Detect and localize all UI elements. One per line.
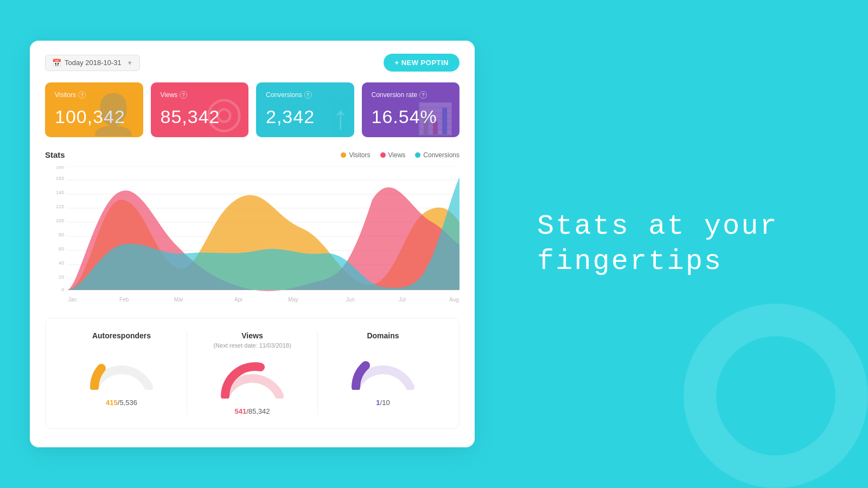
date-label: Today 2018-10-31	[65, 59, 122, 67]
chart-svg: 0 20 40 60 80 100 120 140 160 180	[45, 166, 459, 307]
legend-views-dot	[380, 152, 386, 158]
legend-views-label: Views	[388, 151, 406, 159]
svg-text:Mar: Mar	[174, 296, 184, 302]
autoresponders-used: 415	[106, 399, 118, 407]
domains-donut	[348, 346, 418, 390]
views-card: Views (Next reset date: 11/03/2018) 541/…	[187, 331, 318, 415]
views-bottom-value: 541/85,342	[234, 407, 270, 415]
autoresponders-card: Autoresponders 415/5,536	[56, 331, 187, 415]
autoresponders-title: Autoresponders	[92, 331, 151, 340]
domains-donut-svg	[348, 346, 418, 390]
legend-visitors-label: Visitors	[349, 151, 370, 159]
chart-container: 0 20 40 60 80 100 120 140 160 180	[45, 166, 459, 307]
svg-text:60: 60	[59, 246, 64, 252]
right-panel: Stats at your fingertips	[505, 187, 868, 301]
svg-text:140: 140	[56, 190, 64, 195]
chart-legend: Visitors Views Conversions	[341, 151, 459, 159]
conversion-rate-label: Conversion rate ?	[372, 91, 450, 99]
svg-text:May: May	[288, 296, 299, 302]
stats-title: Stats	[45, 150, 65, 159]
visitors-help-icon[interactable]: ?	[78, 91, 86, 99]
legend-visitors-dot	[341, 152, 346, 158]
stat-cards: Visitors ? 100,342 👤 Views ? 85,342 ◎ Co…	[45, 82, 459, 137]
stat-card-conversion-rate: Conversion rate ? 16.54% 📊	[362, 82, 460, 137]
stats-header: Stats Visitors Views Conversions	[45, 150, 459, 159]
conversions-label: Conversions ?	[266, 91, 344, 99]
domains-card: Domains 1/10	[318, 331, 448, 415]
svg-text:20: 20	[59, 274, 64, 280]
svg-text:Feb: Feb	[119, 296, 129, 302]
right-section: Stats at your fingertips	[505, 0, 868, 488]
autoresponders-value: 415/5,536	[106, 399, 137, 407]
stat-card-conversions: Conversions ? 2,342 ↑	[256, 82, 354, 137]
svg-text:160: 160	[56, 176, 64, 181]
views-subtitle: (Next reset date: 11/03/2018)	[213, 342, 291, 349]
views-help-icon[interactable]: ?	[180, 91, 187, 99]
views-donut-svg	[217, 355, 288, 399]
chevron-down-icon: ▼	[127, 60, 133, 66]
decorative-circle	[684, 304, 868, 488]
bottom-section: Autoresponders 415/5,536 Views (Next res…	[45, 318, 459, 429]
svg-text:Aug: Aug	[449, 296, 459, 302]
left-panel: 📅 Today 2018-10-31 ▼ + NEW POPTIN Visito…	[0, 0, 505, 488]
svg-text:80: 80	[59, 232, 64, 237]
dashboard-card: 📅 Today 2018-10-31 ▼ + NEW POPTIN Visito…	[30, 41, 475, 447]
hero-line1: Stats at your	[537, 209, 778, 244]
svg-text:Jul: Jul	[399, 296, 406, 302]
svg-text:180: 180	[56, 166, 64, 170]
legend-conversions: Conversions	[415, 151, 459, 159]
hero-line2: fingertips	[537, 244, 778, 279]
stat-card-visitors: Visitors ? 100,342 👤	[45, 82, 143, 137]
conversions-bg-icon: ↑	[333, 101, 349, 134]
conversion-rate-help-icon[interactable]: ?	[419, 91, 427, 99]
domains-title: Domains	[367, 331, 399, 340]
visitors-bg-icon: 👤	[89, 95, 138, 134]
autoresponders-donut-svg	[86, 346, 157, 390]
stats-section: Stats Visitors Views Conversions	[45, 150, 459, 307]
autoresponders-donut	[86, 346, 157, 390]
hero-text: Stats at your fingertips	[537, 209, 778, 279]
conversions-help-icon[interactable]: ?	[304, 91, 312, 99]
views-bg-icon: ◎	[205, 91, 243, 134]
domains-used: 1	[376, 399, 380, 407]
views-donut	[217, 355, 288, 399]
svg-text:Jan: Jan	[68, 296, 77, 302]
calendar-icon: 📅	[52, 59, 61, 67]
svg-text:0: 0	[61, 287, 64, 292]
svg-text:100: 100	[56, 218, 64, 223]
dashboard-header: 📅 Today 2018-10-31 ▼ + NEW POPTIN	[45, 54, 459, 72]
views-bottom-title: Views	[241, 331, 263, 340]
svg-text:Apr: Apr	[234, 296, 243, 302]
views-used: 541	[234, 407, 246, 415]
legend-conversions-label: Conversions	[423, 151, 459, 159]
legend-views: Views	[380, 151, 406, 159]
legend-visitors: Visitors	[341, 151, 370, 159]
domains-value: 1/10	[376, 399, 390, 407]
date-picker[interactable]: 📅 Today 2018-10-31 ▼	[45, 55, 140, 71]
svg-text:40: 40	[59, 260, 64, 266]
new-poptin-button[interactable]: + NEW POPTIN	[384, 54, 459, 72]
svg-text:120: 120	[56, 204, 64, 209]
legend-conversions-dot	[415, 152, 420, 158]
svg-text:Jun: Jun	[346, 296, 355, 302]
stat-card-views: Views ? 85,342 ◎	[151, 82, 249, 137]
conversion-rate-bg-icon: 📊	[416, 104, 454, 134]
